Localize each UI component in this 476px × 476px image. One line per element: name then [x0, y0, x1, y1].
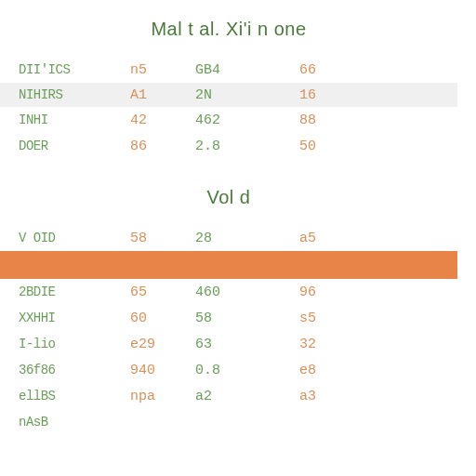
- table-row: DOER862.850: [0, 133, 457, 159]
- row-value-2: 2N: [195, 87, 260, 103]
- row-value-3: a3: [260, 389, 316, 404]
- table-b: V OID5828a52BDIE6546096XXHHI6058s5I-lioe…: [0, 225, 457, 435]
- row-label: I-lio: [19, 337, 130, 351]
- row-value-1: e29: [130, 337, 195, 352]
- row-value-1: 42: [130, 112, 195, 128]
- row-label: DOER: [19, 139, 130, 153]
- table-row: V OID5828a5: [0, 225, 457, 251]
- row-value-3: 16: [260, 87, 316, 103]
- row-label: ellBS: [19, 389, 130, 403]
- row-value-3: 50: [260, 139, 316, 154]
- row-value-1: 60: [130, 311, 195, 326]
- table-row: [0, 251, 457, 279]
- row-label: 2BDIE: [19, 284, 130, 299]
- table-a: DII'ICSn5GB466NIHIRSA12N16INHI4246288DOE…: [0, 57, 457, 159]
- table-title-b: Vol d: [0, 187, 457, 208]
- row-value-2: GB4: [195, 62, 260, 78]
- row-value-2: 58: [195, 311, 260, 326]
- row-label: NIHIRS: [19, 87, 130, 102]
- table-row: ellBSnpaa2a3: [0, 383, 457, 409]
- row-label: nAsB: [19, 415, 130, 430]
- row-value-1: n5: [130, 62, 195, 78]
- row-value-1: 940: [130, 363, 195, 378]
- row-value-2: 462: [195, 112, 260, 128]
- row-label: INHI: [19, 112, 130, 127]
- table-row: NIHIRSA12N16: [0, 83, 457, 107]
- row-value-1: A1: [130, 87, 195, 103]
- row-value-3: s5: [260, 311, 316, 326]
- row-label: XXHHI: [19, 311, 130, 325]
- table-row: nAsB: [0, 409, 457, 435]
- row-value-3: 96: [260, 284, 316, 300]
- table-row: INHI4246288: [0, 107, 457, 133]
- table-block-a: Mal t al. Xi'i n one DII'ICSn5GB466NIHIR…: [0, 19, 457, 159]
- row-label: V OID: [19, 231, 130, 245]
- row-value-1: 65: [130, 284, 195, 300]
- row-label: DII'ICS: [19, 62, 130, 77]
- row-value-3: 88: [260, 112, 316, 128]
- table-row: I-lioe296332: [0, 331, 457, 357]
- row-value-1: 86: [130, 139, 195, 154]
- table-row: 2BDIE6546096: [0, 279, 457, 305]
- row-value-3: 32: [260, 337, 316, 352]
- row-value-1: npa: [130, 389, 195, 404]
- row-value-2: 0.8: [195, 363, 260, 378]
- table-title-a: Mal t al. Xi'i n one: [0, 19, 457, 40]
- row-value-2: a2: [195, 389, 260, 404]
- row-value-2: 28: [195, 231, 260, 246]
- row-value-1: 58: [130, 231, 195, 246]
- table-row: 36f869400.8e8: [0, 357, 457, 383]
- table-row: XXHHI6058s5: [0, 305, 457, 331]
- row-value-3: a5: [260, 231, 316, 246]
- table-row: DII'ICSn5GB466: [0, 57, 457, 83]
- row-value-3: 66: [260, 62, 316, 78]
- row-value-2: 460: [195, 284, 260, 300]
- row-value-2: 63: [195, 337, 260, 352]
- row-value-2: 2.8: [195, 139, 260, 154]
- row-label: 36f86: [19, 363, 130, 377]
- row-value-3: e8: [260, 363, 316, 378]
- table-block-b: Vol d V OID5828a52BDIE6546096XXHHI6058s5…: [0, 187, 457, 435]
